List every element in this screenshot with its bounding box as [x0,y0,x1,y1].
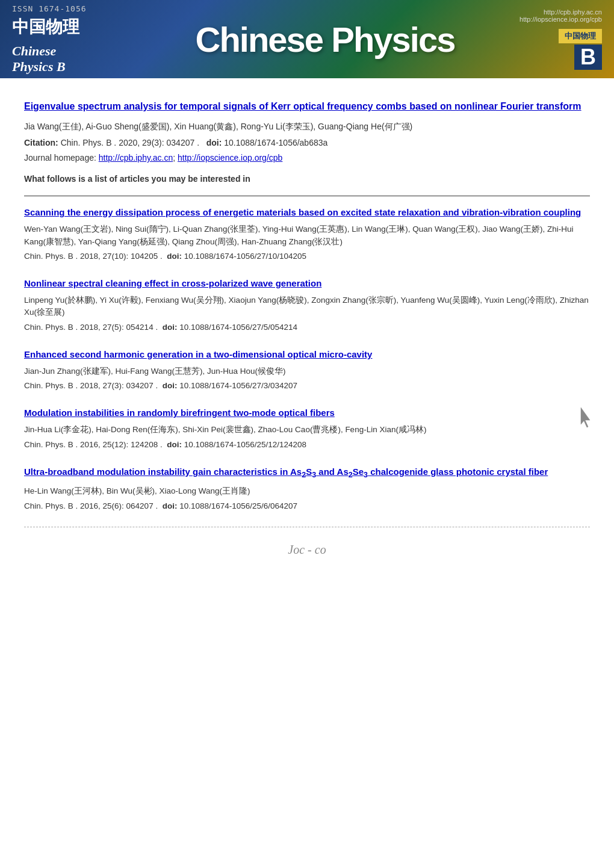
journal-homepage: Journal homepage: http://cpb.iphy.ac.cn;… [24,152,590,164]
banner-url2: http://iopscience.iop.org/cpb [519,16,602,23]
article-2-citation-text: Chin. Phys. B . 2018, 27(5): 054214 . [24,323,158,332]
article-2-doi-label: doi: [163,323,178,332]
article-5-link[interactable]: Ultra-broadband modulation instability g… [24,467,548,477]
article-5-title-part5: chalcogenide glass photonic crystal fibe… [368,467,548,477]
banner-physics-text: Physics B [12,59,66,75]
journal-url1-link[interactable]: http://cpb.iphy.ac.cn [99,153,173,163]
doi-label: doi: [206,138,222,147]
article-3-authors: Jian-Jun Zhang(张建军), Hui-Fang Wang(王慧芳),… [24,365,590,377]
banner-center: Chinese Physics [169,19,482,60]
article-5-title-part3: and As [316,467,349,477]
article-4-title-container: Modulation instabilities in randomly bir… [24,406,590,419]
article-2-citation: Chin. Phys. B . 2018, 27(5): 054214 . do… [24,321,590,333]
article-5-title-part4: Se [353,467,364,477]
cursor-svg [578,406,596,430]
bottom-dashed-line [24,527,590,527]
what-follows-text: What follows is a list of articles you m… [24,174,590,184]
article-1-link[interactable]: Scanning the energy dissipation process … [24,207,581,217]
b-badge: B [574,45,602,70]
article-5-citation: Chin. Phys. B . 2016, 25(6): 064207 . do… [24,500,590,512]
article-3-doi-value: 10.1088/1674-1056/27/3/034207 [179,381,297,390]
article-3-link[interactable]: Enhanced second harmonic generation in a… [24,349,372,359]
citation-label: Citation: [24,138,58,147]
article-4-citation: Chin. Phys. B . 2016, 25(12): 124208 . d… [24,439,590,451]
main-divider [24,196,590,196]
banner-chinese: 中国物理 [12,16,79,39]
article-5-sub4: 3 [364,471,368,479]
article-1-doi-value: 10.1088/1674-1056/27/10/104205 [184,252,306,261]
article-section-1: Scanning the energy dissipation process … [24,206,590,262]
citation-value: Chin. Phys. B . 2020, 29(3): 034207 . [61,138,199,147]
article-2-title-container: Nonlinear spectral cleaning effect in cr… [24,277,590,290]
article-3-doi-label: doi: [163,381,178,390]
article-4-link[interactable]: Modulation instabilities in randomly bir… [24,408,335,418]
article-5-doi-value: 10.1088/1674-1056/25/6/064207 [179,501,297,510]
cn-badge: 中国物理 [559,29,602,43]
journal-label: Journal homepage: [24,153,96,163]
article-1-authors: Wen-Yan Wang(王文岩), Ning Sui(隋宁), Li-Quan… [24,223,590,248]
banner-big-physics: Chinese Physics [196,19,455,60]
article-3-title-container: Enhanced second harmonic generation in a… [24,348,590,361]
article-2-authors: Linpeng Yu(於林鹏), Yi Xu(许毅), Fenxiang Wu(… [24,294,590,319]
page-wrapper: ISSN 1674-1056 中国物理 Chinese Physics B Ch… [0,0,614,581]
header-banner: ISSN 1674-1056 中国物理 Chinese Physics B Ch… [0,0,614,78]
article-section-3: Enhanced second harmonic generation in a… [24,348,590,392]
banner-right: http://cpb.iphy.ac.cn http://iopscience.… [482,8,602,70]
article-1-title-container: Scanning the energy dissipation process … [24,206,590,219]
article-5-title-container: Ultra-broadband modulation instability g… [24,465,590,481]
main-article-title: Eigenvalue spectrum analysis for tempora… [24,100,590,113]
article-4-doi-label: doi: [167,440,182,449]
article-4-authors: Jin-Hua Li(李金花), Hai-Dong Ren(任海东), Shi-… [24,424,590,436]
banner-chinese-physics-b: Chinese [12,39,56,59]
article-4-citation-text: Chin. Phys. B . 2016, 25(12): 124208 . [24,440,163,449]
article-3-citation-text: Chin. Phys. B . 2018, 27(3): 034207 . [24,381,158,390]
banner-url1: http://cpb.iphy.ac.cn [544,8,602,16]
article-4-doi-value: 10.1088/1674-1056/25/12/124208 [184,440,306,449]
main-article-link[interactable]: Eigenvalue spectrum analysis for tempora… [24,101,581,111]
article-1-doi-label: doi: [167,252,182,261]
article-5-citation-text: Chin. Phys. B . 2016, 25(6): 064207 . [24,501,158,510]
article-5-authors: He-Lin Wang(王河林), Bin Wu(吴彬), Xiao-Long … [24,485,590,497]
article-5-sub3: 2 [349,471,353,479]
issn-text: ISSN 1674-1056 [12,4,87,13]
content-area: Eigenvalue spectrum analysis for tempora… [0,78,614,581]
article-section-5: Ultra-broadband modulation instability g… [24,465,590,512]
journal-url2-link[interactable]: http://iopscience.iop.org/cpb [178,153,282,163]
article-1-citation: Chin. Phys. B . 2018, 27(10): 104205 . d… [24,250,590,262]
doi-value: 10.1088/1674-1056/ab683a [224,138,327,147]
article-section-2: Nonlinear spectral cleaning effect in cr… [24,277,590,333]
article-5-doi-label: doi: [163,501,178,510]
cursor-icon [578,406,596,433]
article-5-title-part2: S [306,467,312,477]
bottom-signature: Joc - co [24,537,590,569]
article-2-link[interactable]: Nonlinear spectral cleaning effect in cr… [24,278,321,288]
article-5-title-part1: Ultra-broadband modulation instability g… [24,467,302,477]
article-2-doi-value: 10.1088/1674-1056/27/5/054214 [179,323,297,332]
article-1-citation-text: Chin. Phys. B . 2018, 27(10): 104205 . [24,252,163,261]
article-section-4: Modulation instabilities in randomly bir… [24,406,590,451]
main-article-authors: Jia Wang(王佳), Ai-Guo Sheng(盛爱国), Xin Hua… [24,120,590,133]
main-article-citation: Citation: Chin. Phys. B . 2020, 29(3): 0… [24,137,590,149]
article-3-citation: Chin. Phys. B . 2018, 27(3): 034207 . do… [24,380,590,392]
